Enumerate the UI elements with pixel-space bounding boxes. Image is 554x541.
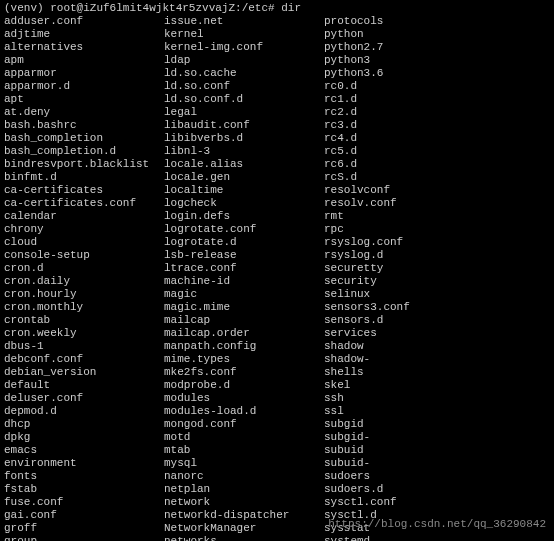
file-entry: rc0.d (324, 80, 484, 93)
file-entry: manpath.config (164, 340, 324, 353)
file-entry: sudoers.d (324, 483, 484, 496)
file-entry: systemd (324, 535, 484, 541)
file-entry: services (324, 327, 484, 340)
file-entry: login.defs (164, 210, 324, 223)
file-entry: crontab (4, 314, 164, 327)
file-entry: cron.hourly (4, 288, 164, 301)
file-entry: subgid (324, 418, 484, 431)
file-entry: debconf.conf (4, 353, 164, 366)
terminal-prompt: (venv) root@iZuf6lmit4wjkt4r5zvvajZ:/etc… (4, 2, 550, 15)
file-entry: rmt (324, 210, 484, 223)
file-entry: default (4, 379, 164, 392)
file-entry: mime.types (164, 353, 324, 366)
file-entry: apparmor (4, 67, 164, 80)
file-entry: skel (324, 379, 484, 392)
listing-column-3: protocolspythonpython2.7python3python3.6… (324, 15, 484, 541)
file-entry: cron.weekly (4, 327, 164, 340)
file-entry: apm (4, 54, 164, 67)
file-entry: locale.alias (164, 158, 324, 171)
file-entry: dhcp (4, 418, 164, 431)
file-entry: sysctl.conf (324, 496, 484, 509)
file-entry: localtime (164, 184, 324, 197)
file-entry: mysql (164, 457, 324, 470)
file-entry: locale.gen (164, 171, 324, 184)
file-entry: calendar (4, 210, 164, 223)
file-entry: logcheck (164, 197, 324, 210)
file-entry: debian_version (4, 366, 164, 379)
file-entry: libaudit.conf (164, 119, 324, 132)
listing-column-1: adduser.confadjtimealternativesapmapparm… (4, 15, 164, 541)
file-entry: python3 (324, 54, 484, 67)
file-entry: subgid- (324, 431, 484, 444)
file-entry: rsyslog.d (324, 249, 484, 262)
file-entry: rc4.d (324, 132, 484, 145)
file-entry: rpc (324, 223, 484, 236)
file-entry: python3.6 (324, 67, 484, 80)
file-entry: ld.so.conf.d (164, 93, 324, 106)
file-entry: fuse.conf (4, 496, 164, 509)
file-entry: shadow- (324, 353, 484, 366)
file-entry: python2.7 (324, 41, 484, 54)
file-entry: depmod.d (4, 405, 164, 418)
file-entry: cron.monthly (4, 301, 164, 314)
file-entry: adduser.conf (4, 15, 164, 28)
dir-listing: adduser.confadjtimealternativesapmapparm… (4, 15, 550, 541)
file-entry: gai.conf (4, 509, 164, 522)
file-entry: rc2.d (324, 106, 484, 119)
file-entry: fstab (4, 483, 164, 496)
file-entry: rc6.d (324, 158, 484, 171)
file-entry: ld.so.cache (164, 67, 324, 80)
file-entry: ldap (164, 54, 324, 67)
file-entry: rc1.d (324, 93, 484, 106)
file-entry: cron.daily (4, 275, 164, 288)
file-entry: ssh (324, 392, 484, 405)
file-entry: rsyslog.conf (324, 236, 484, 249)
file-entry: protocols (324, 15, 484, 28)
file-entry: networks (164, 535, 324, 541)
prompt-prefix: (venv) root@iZuf6lmit4wjkt4r5zvvajZ:/etc… (4, 2, 281, 14)
file-entry: python (324, 28, 484, 41)
file-entry: magic (164, 288, 324, 301)
file-entry: kernel (164, 28, 324, 41)
file-entry: rcS.d (324, 171, 484, 184)
file-entry: libnl-3 (164, 145, 324, 158)
file-entry: issue.net (164, 15, 324, 28)
file-entry: dbus-1 (4, 340, 164, 353)
file-entry: console-setup (4, 249, 164, 262)
file-entry: kernel-img.conf (164, 41, 324, 54)
file-entry: environment (4, 457, 164, 470)
file-entry: chrony (4, 223, 164, 236)
file-entry: fonts (4, 470, 164, 483)
file-entry: bash.bashrc (4, 119, 164, 132)
file-entry: ca-certificates.conf (4, 197, 164, 210)
file-entry: libibverbs.d (164, 132, 324, 145)
file-entry: subuid- (324, 457, 484, 470)
file-entry: alternatives (4, 41, 164, 54)
file-entry: mtab (164, 444, 324, 457)
file-entry: group (4, 535, 164, 541)
file-entry: deluser.conf (4, 392, 164, 405)
file-entry: modprobe.d (164, 379, 324, 392)
file-entry: groff (4, 522, 164, 535)
file-entry: modules (164, 392, 324, 405)
file-entry: mailcap (164, 314, 324, 327)
file-entry: bindresvport.blacklist (4, 158, 164, 171)
file-entry: motd (164, 431, 324, 444)
file-entry: shells (324, 366, 484, 379)
listing-column-2: issue.netkernelkernel-img.confldapld.so.… (164, 15, 324, 541)
file-entry: logrotate.d (164, 236, 324, 249)
file-entry: security (324, 275, 484, 288)
file-entry: machine-id (164, 275, 324, 288)
file-entry: apt (4, 93, 164, 106)
file-entry: modules-load.d (164, 405, 324, 418)
file-entry: ssl (324, 405, 484, 418)
file-entry: securetty (324, 262, 484, 275)
file-entry: adjtime (4, 28, 164, 41)
file-entry: mongod.conf (164, 418, 324, 431)
file-entry: magic.mime (164, 301, 324, 314)
file-entry: NetworkManager (164, 522, 324, 535)
file-entry: rc3.d (324, 119, 484, 132)
file-entry: selinux (324, 288, 484, 301)
file-entry: emacs (4, 444, 164, 457)
file-entry: cron.d (4, 262, 164, 275)
